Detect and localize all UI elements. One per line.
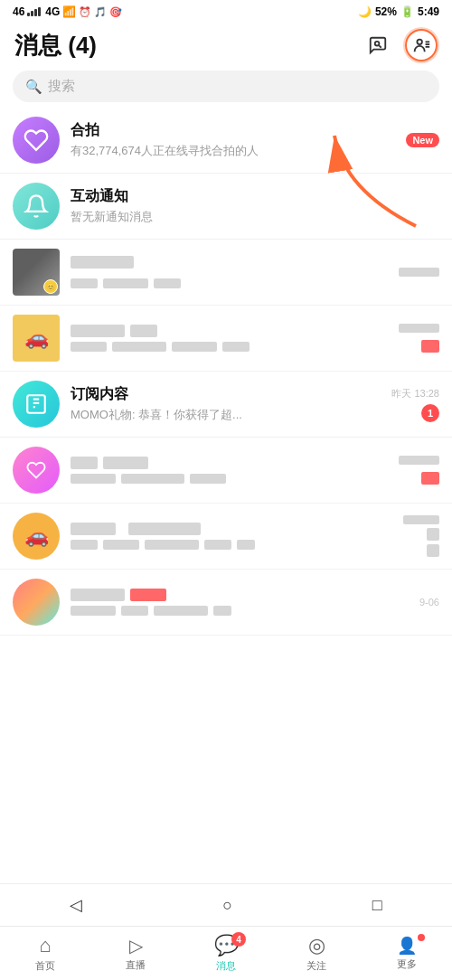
item-content-dingyue: 订阅内容 MOMO礼物: 恭喜！你获得了超... <box>71 385 391 423</box>
search-bar[interactable]: 🔍 搜索 <box>13 71 439 102</box>
list-item-blurred2[interactable] <box>0 438 452 504</box>
svg-line-1 <box>379 45 381 47</box>
header-icons <box>362 29 438 61</box>
badge-count-dingyue: 1 <box>421 404 439 422</box>
messages-badge: 4 <box>231 932 246 947</box>
item-content-tiantianchuyou <box>71 325 394 352</box>
system-nav-bar: ◁ ○ □ <box>0 883 452 926</box>
more-icon: 👤 <box>397 936 417 956</box>
item-meta-blurred3 <box>394 515 439 557</box>
follow-label: 关注 <box>306 959 326 973</box>
search-placeholder: 搜索 <box>48 78 75 95</box>
list-item-blurred1[interactable]: 😊 <box>0 240 452 306</box>
search-icon: 🔍 <box>25 79 42 95</box>
item-meta-blurred1 <box>394 268 439 277</box>
nav-item-more[interactable]: 👤 更多 <box>362 930 452 976</box>
time-dingyue: 昨天 13:28 <box>391 387 439 400</box>
status-right: 🌙 52% 🔋 5:49 <box>358 5 439 18</box>
item-meta-blurred2 <box>394 456 439 485</box>
time-display: 5:49 <box>418 5 439 18</box>
search-bubble-button[interactable] <box>362 29 394 61</box>
alarm-icon: ⏰ <box>79 6 91 18</box>
item-meta-dingyue: 昨天 13:28 1 <box>391 387 439 422</box>
svg-point-2 <box>417 40 422 45</box>
bottom-nav: ⌂ 首页 ▷ 直播 4 💬 消息 ◎ 关注 👤 更多 <box>0 926 452 980</box>
status-bar: 46 4G 📶 ⏰ 🎵 🎯 🌙 52% 🔋 5:49 <box>0 0 452 22</box>
list-item-tiantianchuyou[interactable]: 🚗 <box>0 306 452 372</box>
svg-point-0 <box>375 42 380 46</box>
home-icon: ⌂ <box>39 934 51 957</box>
recent-button[interactable]: □ <box>354 892 400 919</box>
item-content-blurred4 <box>71 589 394 616</box>
messages-label: 消息 <box>216 959 236 973</box>
home-label: 首页 <box>35 959 55 973</box>
badge-new-hepai: New <box>406 133 439 147</box>
item-content-hepai: 合拍 有32,774,674人正在线寻找合拍的人 <box>71 121 394 159</box>
avatar-dingyue <box>13 381 60 428</box>
list-item-blurred3[interactable]: 🚗 <box>0 504 452 570</box>
item-subtitle-hudong: 暂无新通知消息 <box>71 209 394 225</box>
item-content-blurred3 <box>71 523 394 550</box>
item-meta-tiantianchuyou <box>394 324 439 353</box>
list-item-hepai[interactable]: 合拍 有32,774,674人正在线寻找合拍的人 New <box>0 108 452 174</box>
battery-level: 52% <box>375 5 397 18</box>
status-left: 46 4G 📶 ⏰ 🎵 🎯 <box>13 5 122 18</box>
battery-icon: 🔋 <box>400 5 414 18</box>
item-content-hudong: 互动通知 暂无新通知消息 <box>71 187 394 225</box>
avatar-tiantianchuyou: 🚗 <box>13 315 60 362</box>
moon-icon: 🌙 <box>358 5 372 18</box>
nav-item-messages[interactable]: 4 💬 消息 <box>181 928 271 978</box>
item-title-hudong: 互动通知 <box>71 187 394 206</box>
item-title-hepai: 合拍 <box>71 121 394 140</box>
list-item-hudong[interactable]: 互动通知 暂无新通知消息 <box>0 174 452 240</box>
wifi-icon: 📶 <box>62 5 76 18</box>
avatar-hepai <box>13 117 60 164</box>
more-label: 更多 <box>397 957 417 971</box>
list-item-dingyue[interactable]: 订阅内容 MOMO礼物: 恭喜！你获得了超... 昨天 13:28 1 <box>0 372 452 438</box>
item-subtitle-dingyue: MOMO礼物: 恭喜！你获得了超... <box>71 407 391 423</box>
nav-item-home[interactable]: ⌂ 首页 <box>0 928 90 978</box>
signal-bars <box>27 7 41 16</box>
avatar-blurred1: 😊 <box>13 249 60 296</box>
live-icon: ▷ <box>129 935 143 956</box>
home-system-button[interactable]: ○ <box>204 892 250 919</box>
comment-search-icon <box>368 35 388 55</box>
follow-icon: ◎ <box>308 934 325 957</box>
nav-item-live[interactable]: ▷ 直播 <box>90 929 181 977</box>
item-content-blurred1 <box>71 256 394 288</box>
app-icon2: 🎯 <box>109 6 122 18</box>
avatar-blurred4 <box>13 579 60 626</box>
avatar-blurred3: 🚗 <box>13 513 60 560</box>
app-icon1: 🎵 <box>94 6 107 18</box>
item-title-dingyue: 订阅内容 <box>71 385 391 404</box>
list-item-blurred4[interactable]: 9-06 <box>0 570 452 636</box>
network-type: 4G <box>45 5 60 18</box>
avatar-hudong <box>13 183 60 230</box>
time-blurred4: 9-06 <box>419 597 439 608</box>
contacts-button[interactable] <box>405 29 438 61</box>
item-meta-hepai: New <box>394 133 439 147</box>
item-subtitle-hepai: 有32,774,674人正在线寻找合拍的人 <box>71 143 394 159</box>
page-title: 消息 (4) <box>14 30 97 61</box>
signal-text: 46 <box>13 5 24 18</box>
header: 消息 (4) <box>0 22 452 71</box>
avatar-blurred2 <box>13 447 60 494</box>
more-dot <box>418 934 425 941</box>
message-list: 合拍 有32,774,674人正在线寻找合拍的人 New 互动通知 暂无新通知消… <box>0 108 452 744</box>
nav-item-follow[interactable]: ◎ 关注 <box>271 928 362 978</box>
contacts-icon <box>411 35 431 55</box>
live-label: 直播 <box>126 958 146 972</box>
item-content-blurred2 <box>71 457 394 484</box>
item-meta-blurred4: 9-06 <box>394 597 439 608</box>
back-button[interactable]: ◁ <box>52 891 100 919</box>
